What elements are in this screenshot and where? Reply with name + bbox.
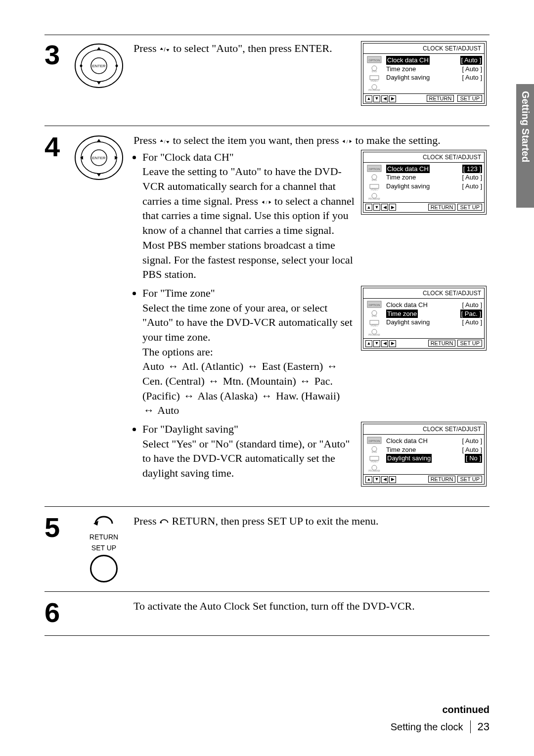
svg-point-5 (80, 65, 83, 67)
return-btn: RETURN (427, 95, 454, 102)
svg-marker-32 (262, 201, 264, 204)
svg-marker-29 (343, 140, 345, 143)
remote-dpad-icon: ENTER (74, 41, 134, 117)
step-6: 6 To activate the Auto Clock Set functio… (44, 599, 490, 636)
svg-text:OPTION: OPTION (368, 59, 380, 62)
svg-marker-4 (97, 82, 101, 85)
svg-marker-7 (160, 47, 163, 50)
svg-text:VIDEO: VIDEO (370, 324, 378, 327)
step-3-text: Press / to select "Auto", then press ENT… (134, 41, 361, 117)
svg-text:DVD: DVD (372, 70, 377, 73)
svg-text:ENTER: ENTER (92, 156, 105, 160)
manual-page: Getting Started 3 ENTER Press (0, 0, 534, 756)
svg-point-6 (116, 65, 118, 67)
svg-marker-22 (97, 139, 101, 142)
up-down-arrow-icon: / (159, 42, 173, 54)
divider (470, 720, 471, 733)
svg-marker-31 (350, 140, 352, 143)
svg-text:DVD: DVD (372, 178, 377, 181)
return-arc-icon (159, 518, 169, 526)
step-number: 6 (44, 599, 74, 626)
svg-marker-26 (160, 139, 163, 142)
osd-screen-3: CLOCK SET/ADJUST OPTION DVD VIDEO PROGRA… (361, 286, 487, 351)
step-5: 5 RETURN SET UP Press RETURN, then press… (44, 514, 490, 592)
rule (44, 35, 490, 35)
setup-label: SET UP (91, 544, 116, 552)
svg-text:/: / (164, 138, 166, 144)
svg-text:OPTION: OPTION (368, 440, 380, 443)
setup-btn: SET UP (457, 95, 482, 102)
svg-text:/: / (164, 46, 166, 52)
bullet-daylight-saving: For "Daylight saving" Select "Yes" or "N… (142, 422, 355, 481)
step-4-intro: Press / to select the item you want, the… (134, 133, 490, 148)
svg-marker-23 (97, 174, 101, 177)
osd-screen-4: CLOCK SET/ADJUST OPTION DVD VIDEO PROGRA… (361, 422, 487, 487)
return-setup-buttons-icon: RETURN SET UP (74, 514, 134, 582)
page-number: 23 (478, 720, 490, 733)
section-tab: Getting Started (516, 84, 534, 208)
bullet-clock-data-ch: For "Clock data CH" Leave the setting to… (142, 150, 355, 282)
svg-text:DVD: DVD (372, 450, 377, 453)
svg-text:DVD: DVD (372, 314, 377, 317)
step-number: 5 (44, 514, 74, 582)
arrow-keys-icon: ▲▼◀▶ (365, 95, 396, 102)
step-4: 4 ENTER Press / to select the item you w… (44, 133, 490, 507)
setup-button-icon (90, 555, 118, 582)
svg-text:/: / (346, 138, 348, 144)
step-5-text: Press RETURN, then press SET UP to exit … (134, 514, 490, 582)
svg-text:PROGRAM: PROGRAM (368, 470, 380, 472)
svg-marker-34 (268, 201, 271, 204)
page-footer: continued Setting the clock 23 (44, 704, 490, 733)
step-3: 3 ENTER Press / (44, 41, 490, 126)
svg-text:/: / (266, 199, 267, 205)
svg-text:PROGRAM: PROGRAM (368, 334, 380, 336)
svg-text:OPTION: OPTION (368, 304, 380, 307)
svg-marker-28 (166, 141, 169, 143)
osd-screen-1: CLOCK SET/ADJUST OPTION DVD VIDEO PROGRA… (361, 41, 487, 106)
svg-marker-24 (80, 156, 83, 160)
bullet-time-zone: For "Time zone" Select the time zone of … (142, 286, 355, 418)
left-right-arrow-icon: / (261, 199, 272, 206)
osd-screen-2: CLOCK SET/ADJUST OPTION DVD VIDEO PROGRA… (361, 150, 487, 215)
svg-text:PROGRAM: PROGRAM (368, 198, 380, 200)
left-right-arrow-icon: / (342, 138, 353, 145)
continued-label: continued (44, 704, 490, 715)
footer-section: Setting the clock (391, 721, 463, 733)
svg-text:VIDEO: VIDEO (370, 188, 378, 191)
osd-title: CLOCK SET/ADJUST (363, 44, 484, 54)
remote-dpad-icon: ENTER (74, 133, 134, 497)
osd-sidebar: OPTION DVD VIDEO PROGRAM (363, 54, 385, 93)
step-number: 4 (44, 133, 74, 497)
svg-marker-25 (115, 156, 118, 160)
return-label: RETURN (89, 533, 118, 541)
svg-text:PROGRAM: PROGRAM (368, 89, 380, 91)
step-number: 3 (44, 41, 74, 117)
svg-text:VIDEO: VIDEO (370, 460, 378, 463)
step-6-text: To activate the Auto Clock Set function,… (134, 599, 490, 626)
svg-marker-3 (97, 47, 101, 50)
svg-text:VIDEO: VIDEO (370, 79, 378, 82)
up-down-arrow-icon: / (159, 138, 170, 145)
svg-marker-9 (166, 49, 169, 51)
svg-text:OPTION: OPTION (368, 168, 380, 171)
enter-label: ENTER (92, 64, 105, 68)
